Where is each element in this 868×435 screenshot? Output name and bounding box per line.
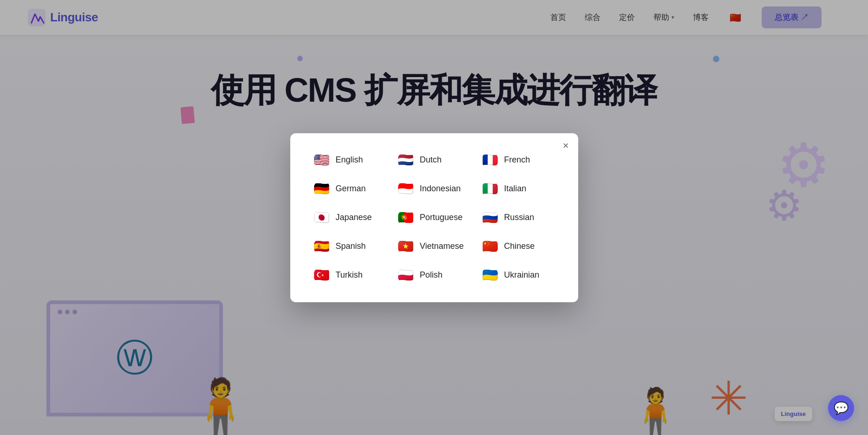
spanish-flag: 🇪🇸: [313, 238, 330, 255]
lang-item-dutch[interactable]: 🇳🇱 Dutch: [395, 150, 473, 170]
chinese-label: Chinese: [504, 241, 535, 251]
chat-icon: 💬: [834, 401, 848, 416]
lang-item-french[interactable]: 🇫🇷 French: [479, 150, 557, 170]
polish-flag: 🇵🇱: [398, 267, 414, 284]
japanese-flag: 🇯🇵: [313, 209, 330, 226]
lang-item-german[interactable]: 🇩🇪 German: [311, 179, 389, 199]
vietnamese-flag: 🇻🇳: [398, 238, 414, 255]
turkish-flag: 🇹🇷: [313, 267, 330, 284]
english-flag: 🇺🇸: [313, 152, 330, 169]
indonesian-label: Indonesian: [420, 184, 461, 194]
polish-label: Polish: [420, 270, 443, 280]
lang-item-spanish[interactable]: 🇪🇸 Spanish: [311, 236, 389, 257]
lang-item-vietnamese[interactable]: 🇻🇳 Vietnamese: [395, 236, 473, 257]
chat-bubble[interactable]: 💬: [828, 395, 854, 421]
lang-item-italian[interactable]: 🇮🇹 Italian: [479, 179, 557, 199]
modal-close-button[interactable]: ×: [563, 141, 569, 151]
lang-item-russian[interactable]: 🇷🇺 Russian: [479, 208, 557, 228]
vietnamese-label: Vietnamese: [420, 241, 464, 251]
portuguese-flag: 🇵🇹: [398, 209, 414, 226]
turkish-label: Turkish: [336, 270, 363, 280]
lang-item-polish[interactable]: 🇵🇱 Polish: [395, 265, 473, 286]
german-flag: 🇩🇪: [313, 181, 330, 197]
chinese-flag: 🇨🇳: [482, 238, 498, 255]
ukrainian-label: Ukrainian: [504, 270, 539, 280]
lang-item-chinese[interactable]: 🇨🇳 Chinese: [479, 236, 557, 257]
french-flag: 🇫🇷: [482, 152, 498, 169]
language-modal: × 🇺🇸 English 🇳🇱 Dutch 🇫🇷 French 🇩🇪 Germa…: [290, 133, 578, 302]
french-label: French: [504, 155, 530, 165]
italian-label: Italian: [504, 184, 526, 194]
language-grid: 🇺🇸 English 🇳🇱 Dutch 🇫🇷 French 🇩🇪 German …: [311, 150, 558, 286]
japanese-label: Japanese: [336, 213, 372, 222]
dutch-flag: 🇳🇱: [398, 152, 414, 169]
ukrainian-flag: 🇺🇦: [482, 267, 498, 284]
lang-item-indonesian[interactable]: 🇮🇩 Indonesian: [395, 179, 473, 199]
portuguese-label: Portuguese: [420, 213, 463, 222]
lang-item-japanese[interactable]: 🇯🇵 Japanese: [311, 208, 389, 228]
lang-item-ukrainian[interactable]: 🇺🇦 Ukrainian: [479, 265, 557, 286]
lang-item-english[interactable]: 🇺🇸 English: [311, 150, 389, 170]
german-label: German: [336, 184, 366, 194]
italian-flag: 🇮🇹: [482, 181, 498, 197]
indonesian-flag: 🇮🇩: [398, 181, 414, 197]
russian-flag: 🇷🇺: [482, 209, 498, 226]
lang-item-portuguese[interactable]: 🇵🇹 Portuguese: [395, 208, 473, 228]
spanish-label: Spanish: [336, 241, 366, 251]
english-label: English: [336, 155, 363, 165]
russian-label: Russian: [504, 213, 534, 222]
dutch-label: Dutch: [420, 155, 442, 165]
lang-item-turkish[interactable]: 🇹🇷 Turkish: [311, 265, 389, 286]
